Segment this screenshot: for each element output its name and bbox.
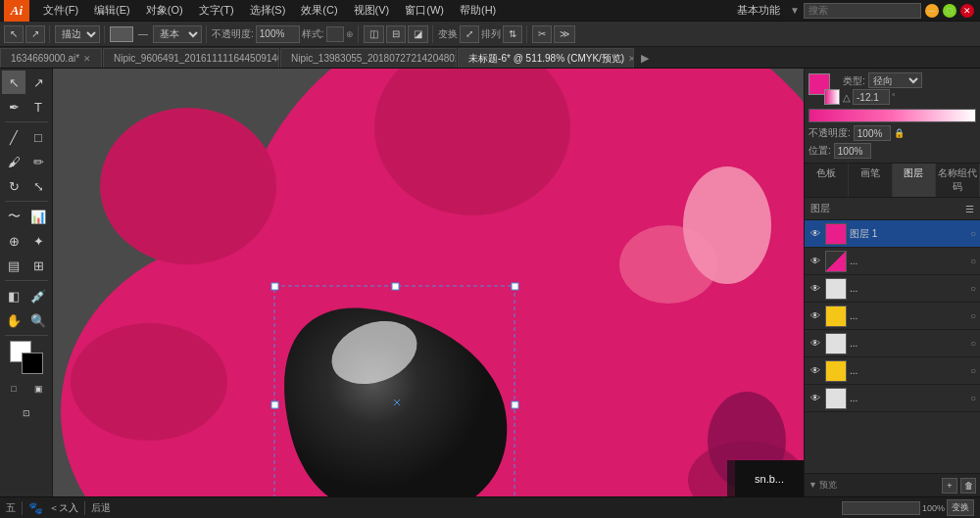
gradient-tool[interactable]: ◧ [2,284,25,307]
screen-mode-btn[interactable]: ⊡ [15,401,38,425]
delete-layer-btn[interactable]: 🗑 [960,478,976,494]
gradient-swatch[interactable] [824,89,840,105]
transform-label: 变换 [438,27,458,41]
gradient-opacity-input[interactable] [854,125,891,141]
layer-target-2[interactable]: ○ [970,283,976,294]
layer-target-3[interactable]: ○ [970,310,976,321]
rotate-tool[interactable]: ↻ [2,174,25,198]
layer-item-1[interactable]: 👁 ... ○ [805,248,980,275]
direct-select-btn[interactable]: ↗ [25,25,45,43]
opacity-input[interactable] [256,25,300,43]
stroke-style-select[interactable]: 基本 [153,25,202,43]
normal-mode-btn[interactable]: □ [2,377,25,400]
layer-eye-1[interactable]: 👁 [808,255,822,268]
layer-item-5[interactable]: 👁 ... ○ [805,357,980,385]
arrange-btn[interactable]: ⇅ [503,25,522,43]
menu-edit[interactable]: 编辑(E) [86,1,138,20]
tab-namegroups[interactable]: 名称组代码 [936,164,980,197]
selection-tool[interactable]: ↖ [2,71,25,94]
layer-item-2[interactable]: 👁 ... ○ [805,275,980,303]
scale-tool[interactable]: ⤡ [26,174,50,198]
menu-object[interactable]: 对象(O) [138,1,191,20]
layer-eye-3[interactable]: 👁 [808,309,822,323]
rect-tool[interactable]: □ [26,125,50,149]
layer-eye-5[interactable]: 👁 [808,364,822,378]
stroke-swatch[interactable] [22,353,43,374]
symbol-tool[interactable]: ✦ [26,229,50,253]
scissors-btn[interactable]: ✂ [532,25,552,43]
align-center-btn[interactable]: ⊟ [386,25,406,43]
status-divider-1 [22,501,23,515]
search-input[interactable] [804,3,921,19]
eyedropper-tool[interactable]: 💉 [26,284,50,307]
layers-title: 图层 [810,202,830,215]
tab-swatches[interactable]: 色板 [805,164,849,197]
canvas-area[interactable]: ji sn.b... [53,69,804,496]
tab-0[interactable]: 1634669000.ai* ✕ [0,48,102,68]
column-graph-tool[interactable]: ▤ [2,254,25,277]
menu-window[interactable]: 窗口(W) [397,1,452,20]
align-right-btn[interactable]: ◪ [408,25,428,43]
layer-eye-0[interactable]: 👁 [808,227,822,241]
layer-item-0[interactable]: 👁 图层 1 ○ [805,220,980,248]
paintbrush-tool[interactable]: 🖌 [2,150,25,173]
menu-effect[interactable]: 效果(C) [293,1,345,20]
panel-tabs: 色板 画笔 图层 名称组代码 [805,164,980,198]
menu-select[interactable]: 选择(S) [242,1,294,20]
new-tab-button[interactable]: ▶ [635,48,655,68]
blend-tool[interactable]: ⊕ [2,229,25,253]
pencil-tool[interactable]: ✏ [26,150,50,173]
transform-btn[interactable]: ⤢ [460,25,479,43]
layer-eye-6[interactable]: 👁 [808,392,822,405]
layer-target-1[interactable]: ○ [970,256,976,266]
maximize-button[interactable]: □ [943,4,956,18]
layer-name-5: ... [850,365,967,376]
graph-tool[interactable]: 📊 [26,205,50,228]
gradient-type-select[interactable]: 径向 [868,72,922,88]
tab-brushes[interactable]: 画笔 [849,164,893,197]
tab-2[interactable]: Nipic_13983055_20180727214204802000.ai* … [280,48,457,68]
layer-target-4[interactable]: ○ [970,338,976,349]
pen-tool[interactable]: ✒ [2,95,25,118]
layer-item-4[interactable]: 👁 ... ○ [805,330,980,357]
minimize-button[interactable]: ─ [925,4,939,18]
angle-input[interactable] [853,89,890,105]
mode-select[interactable]: 描边 [55,25,100,43]
gradient-position-input[interactable] [834,143,871,159]
hand-tool[interactable]: ✋ [2,308,25,332]
menu-view[interactable]: 视图(V) [346,1,398,20]
tab-1[interactable]: Nipic_9606491_20161111164450914000.ai* ✕ [103,48,279,68]
add-layer-btn[interactable]: + [942,478,957,494]
status-btn[interactable]: 变换 [947,499,974,516]
gradient-bar[interactable] [808,109,976,122]
menu-file[interactable]: 文件(F) [35,1,86,20]
line-tool[interactable]: ╱ [2,125,25,149]
layer-item-6[interactable]: 👁 ... ○ [805,385,980,412]
menu-help[interactable]: 帮助(H) [452,1,504,20]
transform-group: 变换 ⤢ 排列 ⇅ [438,25,527,43]
menu-text[interactable]: 文字(T) [191,1,242,20]
warp-tool[interactable]: 〜 [2,205,25,228]
align-left-btn[interactable]: ◫ [364,25,384,43]
select-tool-btn[interactable]: ↖ [4,25,24,43]
tab-close-3[interactable]: ✕ [628,54,634,64]
layer-target-5[interactable]: ○ [970,365,976,376]
close-button[interactable]: ✕ [960,4,974,18]
zoom-tool[interactable]: 🔍 [26,308,50,332]
layer-eye-2[interactable]: 👁 [808,282,822,296]
type-tool[interactable]: T [26,95,50,118]
layer-thumb-4 [825,333,847,354]
extra-btn[interactable]: ≫ [554,25,575,43]
layer-eye-4[interactable]: 👁 [808,337,822,351]
layers-menu-btn[interactable]: ☰ [965,204,974,214]
layer-item-3[interactable]: 👁 ... ○ [805,303,980,330]
fill-mode-btn[interactable]: ▣ [26,377,50,400]
layer-target-0[interactable]: ○ [970,228,976,239]
mesh-tool[interactable]: ⊞ [26,254,50,277]
tab-close-0[interactable]: ✕ [83,54,91,64]
direct-selection-tool[interactable]: ↗ [26,71,50,94]
status-tool: 五 [6,501,16,515]
layer-target-6[interactable]: ○ [970,393,976,403]
tab-3[interactable]: 未标题-6* @ 511.98% (CMYK/预览) ✕ [458,48,634,68]
tab-layers[interactable]: 图层 [893,164,937,197]
